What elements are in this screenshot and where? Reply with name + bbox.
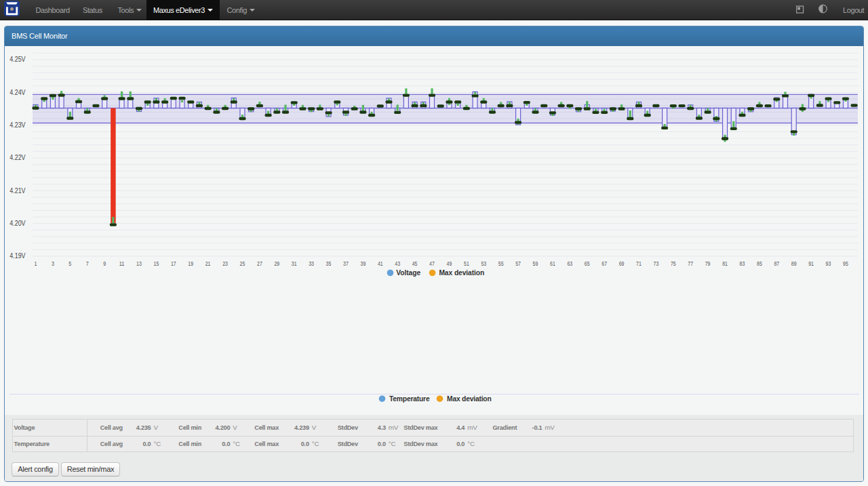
svg-text:63: 63 [567,260,572,267]
svg-text:4.23V: 4.23V [9,121,26,129]
svg-text:5: 5 [68,260,71,267]
svg-text:21: 21 [205,260,211,267]
svg-text:55: 55 [498,260,504,267]
svg-text:33: 33 [309,260,314,267]
svg-text:65: 65 [585,260,590,267]
svg-text:71: 71 [636,260,642,267]
svg-text:25: 25 [240,260,245,267]
svg-text:87: 87 [774,260,779,267]
svg-text:37: 37 [343,260,349,267]
svg-text:51: 51 [464,260,469,267]
svg-text:39: 39 [361,260,366,267]
svg-text:35: 35 [326,260,332,267]
svg-text:Max deviation: Max deviation [447,395,492,403]
svg-text:9: 9 [103,260,106,267]
svg-text:57: 57 [515,260,521,267]
svg-text:91: 91 [808,260,814,267]
svg-text:77: 77 [688,260,693,267]
svg-text:19: 19 [188,260,193,267]
svg-text:11: 11 [119,260,125,267]
svg-text:4.20V: 4.20V [9,220,26,227]
svg-text:4.22V: 4.22V [9,154,26,161]
svg-text:75: 75 [671,260,676,267]
svg-text:83: 83 [740,260,745,267]
svg-text:85: 85 [757,260,762,267]
svg-text:61: 61 [550,260,555,267]
svg-text:Max deviation: Max deviation [439,269,484,277]
svg-text:93: 93 [826,260,831,267]
svg-text:95: 95 [843,260,848,267]
svg-text:1: 1 [35,260,37,267]
svg-text:73: 73 [654,260,659,267]
svg-text:4.24V: 4.24V [9,89,26,96]
svg-text:29: 29 [274,260,279,267]
svg-text:89: 89 [791,260,797,267]
svg-text:Temperature: Temperature [389,395,430,403]
svg-text:43: 43 [395,260,400,267]
svg-text:69: 69 [619,260,625,267]
svg-text:Voltage: Voltage [396,269,420,277]
svg-text:59: 59 [533,260,538,267]
svg-text:13: 13 [136,260,142,267]
svg-text:31: 31 [292,260,297,267]
svg-text:53: 53 [481,260,486,267]
svg-text:4.25V: 4.25V [9,56,26,63]
svg-text:17: 17 [171,260,176,267]
svg-text:47: 47 [429,260,435,267]
svg-text:23: 23 [222,260,228,267]
svg-text:81: 81 [722,260,728,267]
svg-text:41: 41 [378,260,383,267]
svg-text:45: 45 [412,260,418,267]
svg-text:4.19V: 4.19V [9,252,26,260]
svg-text:49: 49 [447,260,452,267]
svg-text:3: 3 [52,260,54,267]
svg-text:79: 79 [705,260,711,267]
svg-text:15: 15 [154,260,159,267]
svg-text:27: 27 [257,260,262,267]
svg-text:7: 7 [86,260,89,267]
svg-text:4.21V: 4.21V [9,187,26,195]
svg-text:67: 67 [601,260,607,267]
